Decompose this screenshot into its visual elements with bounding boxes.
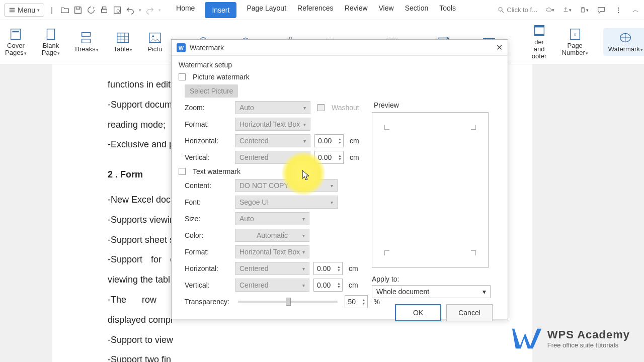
font-select: Segoe UI▾ <box>235 196 338 209</box>
ribbon-blank-page[interactable]: Blank Page <box>42 28 60 57</box>
apply-to-label: Apply to: <box>372 275 493 283</box>
zoom-select: Auto▾ <box>235 101 310 114</box>
tab-view[interactable]: View <box>378 2 395 18</box>
slider-thumb[interactable] <box>286 298 291 306</box>
undo-icon[interactable] <box>126 6 135 15</box>
crop-mark-icon <box>471 125 476 130</box>
logo-title: WPS Academy <box>547 328 630 341</box>
cloud-icon[interactable]: ▾ <box>545 6 554 15</box>
comment-icon[interactable] <box>597 6 606 15</box>
tab-references[interactable]: References <box>296 2 335 18</box>
breaks-icon <box>79 31 94 44</box>
washout-label: Washout <box>332 104 359 112</box>
sync-icon[interactable] <box>87 6 96 15</box>
svg-point-4 <box>499 8 502 11</box>
svg-rect-8 <box>13 31 19 32</box>
picture-watermark-checkbox[interactable]: Picture watermark <box>179 73 380 81</box>
checkbox-icon <box>179 73 186 80</box>
print-icon[interactable] <box>100 6 109 15</box>
wps-academy-logo: WPS Academy Free office suite tutorials <box>512 325 630 352</box>
color-select: Automatic▾ <box>235 229 309 242</box>
undo-dropdown-icon[interactable]: ▾ <box>139 8 141 13</box>
svg-rect-11 <box>82 39 91 43</box>
save-icon[interactable] <box>73 6 83 15</box>
tab-insert[interactable]: Insert <box>205 2 236 18</box>
logo-subtitle: Free office suite tutorials <box>547 341 630 349</box>
horizontal-select: Centered▾ <box>235 134 310 147</box>
ribbon-watermark[interactable]: Watermark <box>603 28 644 56</box>
horizontal2-label: Horizontal: <box>185 264 231 273</box>
open-icon[interactable] <box>60 6 69 15</box>
dialog-body: Watermark setup Picture watermark Select… <box>172 56 508 319</box>
clipboard-icon[interactable]: ▾ <box>580 6 589 15</box>
ribbon-breaks[interactable]: Breaks <box>75 31 98 53</box>
transparency-slider[interactable] <box>238 301 338 303</box>
cm-unit: cm <box>350 137 359 145</box>
ribbon-table[interactable]: Table <box>114 31 132 53</box>
tab-home[interactable]: Home <box>175 2 196 18</box>
picture-icon <box>147 31 163 44</box>
vertical2-select: Centered▾ <box>235 279 309 292</box>
apply-to-row: Apply to: Whole document▾ <box>372 275 493 298</box>
ribbon-cover-pages[interactable]: Cover Pages <box>5 28 27 57</box>
apply-to-select[interactable]: Whole document▾ <box>372 285 491 298</box>
preview-box <box>372 112 489 268</box>
horizontal-offset-input: 0.00▲▼ <box>314 134 344 147</box>
svg-rect-1 <box>102 7 106 9</box>
tab-review[interactable]: Review <box>344 2 369 18</box>
svg-rect-5 <box>581 8 585 12</box>
breaks-label: Breaks <box>75 46 98 53</box>
menu-label: Menu <box>18 6 35 14</box>
tab-page-layout[interactable]: Page Layout <box>246 2 287 18</box>
close-button[interactable]: ✕ <box>496 43 503 52</box>
svg-rect-10 <box>82 33 91 37</box>
search-icon <box>498 7 505 14</box>
dialog-buttons: OK Cancel <box>372 304 493 321</box>
cover-pages-label: Cover Pages <box>5 42 27 57</box>
collapse-ribbon-icon[interactable]: ︿ <box>631 6 640 15</box>
menu-button[interactable]: Menu ▾ <box>4 4 44 17</box>
ribbon-picture[interactable]: Pictu <box>147 31 163 53</box>
dialog-titlebar[interactable]: W Watermark ✕ <box>172 40 508 56</box>
more-icon[interactable]: ⋮ <box>614 6 623 15</box>
picture-watermark-label: Picture watermark <box>193 73 250 81</box>
ribbon-page-number[interactable]: # Page Number <box>562 28 588 57</box>
watermark-dialog: W Watermark ✕ Watermark setup Picture wa… <box>171 39 508 319</box>
svg-rect-12 <box>117 33 129 42</box>
transparency-input[interactable]: 50▲▼ <box>345 295 368 308</box>
svg-rect-7 <box>11 29 21 39</box>
right-tools: Click to f... ▾ ▾ ▾ ⋮ ︿ <box>498 6 640 15</box>
vertical-offset-input: 0.00▲▼ <box>314 151 344 164</box>
ribbon-tabs: Home Insert Page Layout References Revie… <box>175 2 457 18</box>
format2-select: Horizontal Text Box▾ <box>235 245 309 258</box>
ok-button[interactable]: OK <box>395 304 441 321</box>
search-box[interactable]: Click to f... <box>498 6 537 14</box>
logo-icon <box>512 325 542 352</box>
crop-mark-icon <box>471 250 476 255</box>
blank-page-icon <box>43 28 58 41</box>
cancel-button[interactable]: Cancel <box>446 304 493 321</box>
crop-mark-icon <box>384 125 389 130</box>
tab-section[interactable]: Section <box>404 2 430 18</box>
watermark-icon <box>618 31 633 44</box>
redo-dropdown-icon[interactable]: ▾ <box>158 8 161 13</box>
ribbon-header-footer[interactable]: der and ooter <box>532 24 547 60</box>
content-label: Content: <box>185 182 231 190</box>
vertical2-offset-input: 0.00▲▼ <box>313 279 343 292</box>
text-watermark-checkbox[interactable]: Text watermark <box>179 167 380 175</box>
vertical-select: Centered▾ <box>235 151 310 164</box>
header-footer-icon <box>532 24 547 37</box>
tab-tools[interactable]: Tools <box>438 2 457 18</box>
preview-icon[interactable] <box>113 6 122 15</box>
format-select: Horizontal Text Box▾ <box>235 118 310 131</box>
format-label: Format: <box>185 120 231 128</box>
cm-unit: cm <box>349 264 358 273</box>
share-icon[interactable]: ▾ <box>562 6 572 15</box>
horizontal2-offset-input: 0.00▲▼ <box>313 262 343 275</box>
app-icon: W <box>177 43 186 52</box>
format2-label: Format: <box>185 248 231 256</box>
redo-icon[interactable] <box>145 6 154 15</box>
transparency-label: Transparency: <box>185 298 231 306</box>
picture-label: Pictu <box>147 46 162 53</box>
page-number-icon: # <box>568 28 583 41</box>
